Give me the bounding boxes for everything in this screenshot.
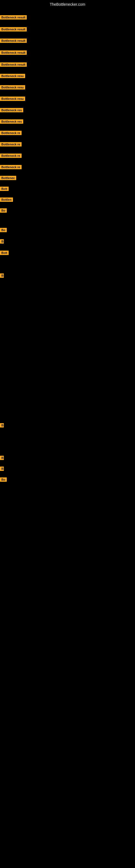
bottleneck-badge-23: B <box>0 456 4 460</box>
bottleneck-badge-4: Bottleneck result <box>0 62 27 67</box>
bottleneck-badge-16: Bottlen <box>0 197 13 202</box>
bottleneck-badge-12: Bottleneck re <box>0 154 21 158</box>
bottleneck-badge-9: Bottleneck res <box>0 119 23 124</box>
bottleneck-badge-18: Bo <box>0 228 7 232</box>
bottleneck-badge-25: Bo <box>0 477 7 482</box>
bottleneck-badge-7: Bottleneck resu <box>0 97 25 101</box>
bottleneck-badge-5: Bottleneck resu <box>0 74 25 78</box>
bottleneck-badge-17: Bo <box>0 208 7 213</box>
bottleneck-badge-2: Bottleneck result <box>0 38 27 43</box>
bottleneck-badge-20: Bott <box>0 251 9 255</box>
bottleneck-badge-22: B <box>0 423 4 428</box>
bottleneck-badge-11: Bottleneck re <box>0 142 21 147</box>
bottleneck-badge-6: Bottleneck resu <box>0 85 25 90</box>
bottleneck-badge-14: Bottlenec <box>0 176 16 180</box>
bottleneck-badge-3: Bottleneck result <box>0 51 27 55</box>
bottleneck-badge-24: B <box>0 467 4 471</box>
bottleneck-badge-1: Bottleneck result <box>0 27 27 31</box>
bottleneck-badge-19: B <box>0 239 4 244</box>
bottleneck-badge-15: Bott <box>0 187 9 191</box>
bottleneck-badge-0: Bottleneck result <box>0 15 27 20</box>
bottleneck-badge-8: Bottleneck res <box>0 108 23 112</box>
site-title: TheBottlenecker.com <box>0 0 135 8</box>
bottleneck-badge-13: Bottleneck re <box>0 165 21 169</box>
bottleneck-badge-21: B <box>0 273 4 278</box>
bottleneck-badge-10: Bottleneck re <box>0 131 21 135</box>
